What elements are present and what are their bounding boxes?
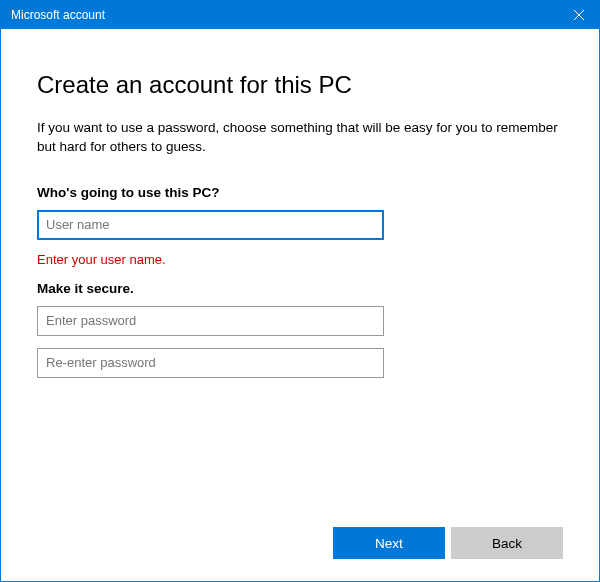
button-bar: Next Back [333, 527, 563, 559]
username-input[interactable] [37, 210, 384, 240]
close-button[interactable] [559, 1, 599, 29]
user-section-label: Who's going to use this PC? [37, 185, 563, 200]
confirm-password-input[interactable] [37, 348, 384, 378]
next-button[interactable]: Next [333, 527, 445, 559]
page-subtitle: If you want to use a password, choose so… [37, 119, 563, 157]
window-title: Microsoft account [11, 8, 105, 22]
password-section-label: Make it secure. [37, 281, 563, 296]
page-title: Create an account for this PC [37, 71, 563, 99]
content-area: Create an account for this PC If you wan… [1, 29, 599, 378]
back-button[interactable]: Back [451, 527, 563, 559]
username-error: Enter your user name. [37, 252, 563, 267]
close-icon [574, 7, 584, 23]
titlebar: Microsoft account [1, 1, 599, 29]
password-input[interactable] [37, 306, 384, 336]
